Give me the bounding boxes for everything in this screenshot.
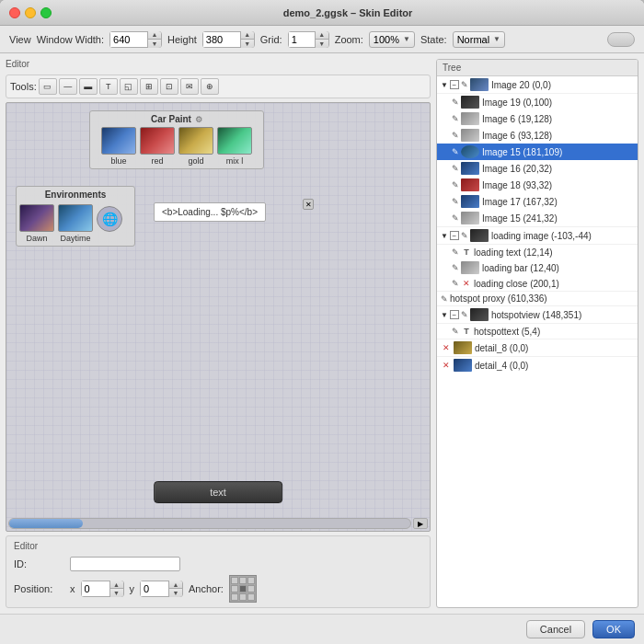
tool-rect[interactable]: ▬ [79, 78, 98, 95]
anchor-bl[interactable] [231, 593, 238, 601]
tree-item[interactable]: ✎ loading bar (12,40) [437, 259, 638, 276]
grid-up[interactable]: ▲ [316, 31, 328, 40]
tree-item[interactable]: ✎ ✕ loading close (200,1) [437, 276, 638, 292]
id-input[interactable] [70, 557, 180, 571]
anchor-tr[interactable] [247, 577, 255, 584]
horizontal-scrollbar[interactable] [8, 518, 411, 529]
anchor-bc[interactable] [239, 593, 247, 601]
window-width-input[interactable] [110, 32, 147, 47]
tree-item[interactable]: ✎ Image 15 (181,109) [437, 144, 638, 160]
window-width-spinbox[interactable]: ▲ ▼ [109, 31, 162, 48]
tool-select[interactable]: ▭ [39, 78, 57, 95]
tree-expand-icon[interactable]: ▼ [441, 311, 448, 319]
grid-spinbox[interactable]: ▲ ▼ [288, 31, 329, 48]
tree-item[interactable]: ✎ Image 15 (241,32) [437, 210, 638, 227]
tree-checkbox[interactable]: − [450, 80, 459, 89]
anchor-mc[interactable] [239, 585, 247, 592]
tree-item[interactable]: ✎ T loading text (12,14) [437, 245, 638, 259]
loading-close-button[interactable]: ✕ [303, 199, 314, 210]
car-item-red[interactable]: red [140, 127, 175, 166]
state-dropdown[interactable]: Normal ▼ [453, 31, 505, 48]
x-input[interactable] [82, 581, 109, 596]
tree-item[interactable]: ▼ − ✎ Image 20 (0,0) [437, 76, 638, 94]
close-button[interactable] [9, 7, 20, 18]
tree-expand-icon[interactable]: ▼ [441, 81, 448, 89]
env-item-dawn[interactable]: Dawn [19, 204, 54, 243]
tree-item[interactable]: ✕ detail_8 (0,0) [437, 339, 638, 357]
anchor-tl[interactable] [231, 577, 238, 584]
tool-text[interactable]: T [99, 78, 118, 95]
height-input[interactable] [203, 32, 240, 47]
tree-item[interactable]: ✎ Image 18 (93,32) [437, 177, 638, 193]
anchor-tc[interactable] [239, 577, 247, 584]
tree-expand-icon[interactable]: ▼ [441, 232, 448, 240]
window-width-arrows[interactable]: ▲ ▼ [147, 31, 161, 48]
tree-item-label: detail_4 (0,0) [475, 361, 528, 371]
tree-item-label: hotspottext (5,4) [474, 327, 540, 337]
car-item-gold[interactable]: gold [178, 127, 213, 166]
anchor-grid[interactable] [229, 575, 257, 603]
scroll-right-button[interactable]: ▶ [413, 518, 428, 529]
maximize-button[interactable] [40, 7, 52, 18]
tree-item[interactable]: ✎ Image 17 (167,32) [437, 193, 638, 210]
y-up[interactable]: ▲ [169, 581, 182, 589]
tree-item[interactable]: ▼ − ✎ hotspotview (148,351) [437, 306, 638, 324]
text-button[interactable]: text [154, 481, 282, 503]
y-input[interactable] [141, 581, 168, 596]
tree-item[interactable]: ✕ detail_4 (0,0) [437, 357, 638, 374]
height-spinbox[interactable]: ▲ ▼ [202, 31, 255, 48]
cancel-button[interactable]: Cancel [526, 620, 585, 638]
tool-line[interactable]: — [59, 78, 77, 95]
ok-button[interactable]: OK [592, 620, 635, 638]
tree-item-label: Image 15 (181,109) [482, 147, 562, 157]
car-item-mix[interactable]: mix l [217, 127, 252, 166]
cross-icon: ✕ [461, 278, 472, 289]
height-down[interactable]: ▼ [241, 40, 254, 48]
canvas-area[interactable]: Car Paint ⚙ blue red [6, 102, 431, 532]
tree-item[interactable]: ✎ Image 6 (19,128) [437, 110, 638, 127]
car-item-blue[interactable]: blue [101, 127, 136, 166]
env-item-day[interactable]: Daytime [58, 204, 93, 243]
y-label: y [130, 583, 135, 594]
bottom-buttons: Cancel OK [0, 614, 644, 644]
tool-image[interactable]: ⊡ [160, 78, 178, 95]
grid-input[interactable] [289, 32, 315, 47]
x-down[interactable]: ▼ [110, 589, 123, 597]
tree-item[interactable]: ✎ Image 16 (20,32) [437, 160, 638, 177]
scrollbar-thumb[interactable] [9, 519, 83, 528]
toggle-switch[interactable] [607, 32, 635, 47]
tool-grid[interactable]: ⊞ [140, 78, 158, 95]
tree-item[interactable]: ✎ hotspot proxy (610,336) [437, 292, 638, 306]
anchor-mr[interactable] [247, 585, 255, 592]
x-spinbox[interactable]: ▲ ▼ [81, 581, 124, 597]
tree-item[interactable]: ▼ − ✎ loading image (-103,-44) [437, 227, 638, 245]
zoom-arrow-icon: ▼ [403, 35, 410, 43]
anchor-ml[interactable] [231, 585, 238, 592]
window-width-up[interactable]: ▲ [148, 31, 161, 40]
height-up[interactable]: ▲ [241, 31, 254, 40]
tree-checkbox[interactable]: − [450, 310, 459, 319]
tree-panel: Tree ▼ − ✎ Image 20 (0,0) ✎ Image 19 (0,… [436, 59, 638, 608]
grid-label: Grid: [260, 34, 282, 45]
zoom-dropdown[interactable]: 100% ▼ [369, 31, 415, 48]
tree-item[interactable]: ✎ Image 19 (0,100) [437, 94, 638, 110]
bottom-editor-label: Editor [14, 541, 422, 551]
y-spinbox[interactable]: ▲ ▼ [140, 581, 183, 597]
tool-frame[interactable]: ◱ [120, 78, 138, 95]
env-globe-icon[interactable]: 🌐 [97, 206, 122, 232]
y-down[interactable]: ▼ [169, 589, 182, 597]
tree-checkbox[interactable]: − [450, 231, 459, 240]
tree-item[interactable]: ✎ T hotspottext (5,4) [437, 324, 638, 339]
x-up[interactable]: ▲ [110, 581, 123, 589]
anchor-br[interactable] [247, 593, 255, 601]
tree-item-label: Image 18 (93,32) [482, 180, 552, 190]
grid-down[interactable]: ▼ [316, 40, 328, 48]
tree-item[interactable]: ✎ Image 6 (93,128) [437, 127, 638, 144]
window-width-down[interactable]: ▼ [148, 40, 161, 48]
tree-content[interactable]: ▼ − ✎ Image 20 (0,0) ✎ Image 19 (0,100) … [437, 76, 638, 607]
minimize-button[interactable] [25, 7, 36, 18]
tool-add[interactable]: ⊕ [201, 78, 219, 95]
tool-mail[interactable]: ✉ [180, 78, 199, 95]
grid-arrows[interactable]: ▲ ▼ [315, 31, 328, 48]
height-arrows[interactable]: ▲ ▼ [240, 31, 254, 48]
